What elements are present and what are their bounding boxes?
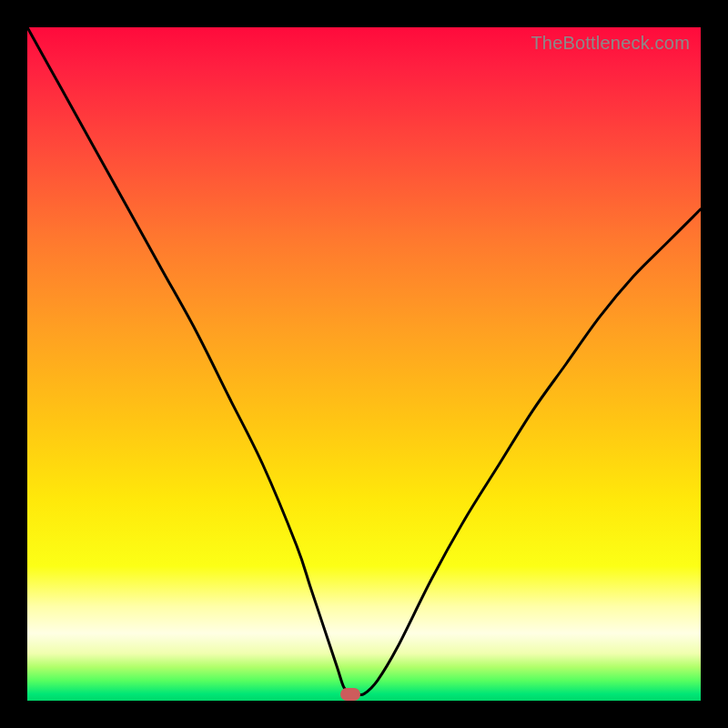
curve-path (27, 27, 701, 695)
minimum-marker (340, 688, 360, 701)
bottleneck-curve (27, 27, 701, 701)
plot-area: TheBottleneck.com (27, 27, 701, 701)
chart-frame: TheBottleneck.com (0, 0, 728, 728)
